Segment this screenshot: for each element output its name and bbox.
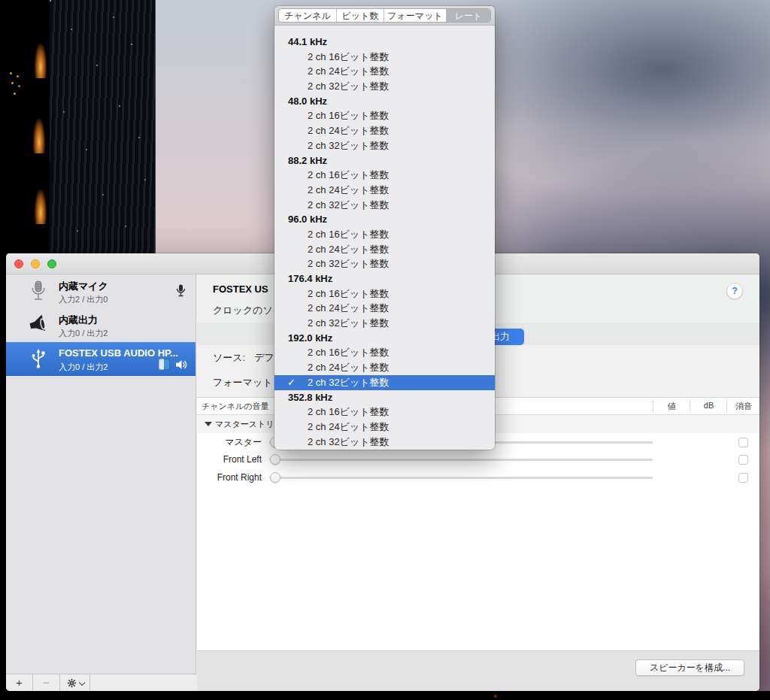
rate-option[interactable]: 2 ch 32ビット整数 <box>274 435 495 450</box>
add-device-button[interactable]: + <box>6 674 33 691</box>
slider-thumb[interactable] <box>270 454 280 465</box>
column-header-db: dB <box>691 401 726 410</box>
column-header-mute: 消音 <box>728 401 759 412</box>
checkmark-icon: ✓ <box>287 375 296 390</box>
rate-option[interactable]: 2 ch 32ビット整数 <box>274 198 495 213</box>
format-label: フォーマット <box>213 376 273 389</box>
clock-source-label: クロックのソ <box>213 304 273 317</box>
volume-slider[interactable] <box>269 459 653 461</box>
rate-option-label: 2 ch 24ビット整数 <box>308 244 390 255</box>
rate-option[interactable]: 2 ch 16ビット整数 <box>274 286 495 302</box>
rate-option[interactable]: 2 ch 24ビット整数 <box>274 123 495 138</box>
rate-list: 44.1 kHz2 ch 16ビット整数2 ch 24ビット整数2 ch 32ビ… <box>274 26 495 450</box>
minimize-button[interactable] <box>31 259 40 268</box>
dock-indicator-dot <box>494 695 497 698</box>
device-io: 入力0 / 出力2 <box>59 362 108 373</box>
rate-option[interactable]: 2 ch 16ビット整数 <box>274 168 495 183</box>
chevron-down-icon <box>79 680 85 686</box>
rate-option-label: 2 ch 16ビット整数 <box>308 347 390 358</box>
rate-option-label: 2 ch 32ビット整数 <box>308 199 390 211</box>
tab-bit-depth[interactable]: ビット数 <box>337 9 384 22</box>
rate-option[interactable]: 2 ch 16ビット整数 <box>274 108 495 123</box>
rate-option-label: 2 ch 32ビット整数 <box>308 140 390 151</box>
device-sidebar: 内蔵マイク 入力2 / 出力0 <box>6 274 196 674</box>
tab-rate[interactable]: レート <box>447 9 490 22</box>
rate-option-label: 2 ch 16ビット整数 <box>308 229 390 240</box>
rate-option[interactable]: 2 ch 16ビット整数 <box>274 345 495 360</box>
tab-format[interactable]: フォーマット <box>384 9 447 22</box>
device-row-fostex-usb[interactable]: FOSTEX USB AUDIO HP... 入力0 / 出力2 <box>6 342 196 376</box>
device-io: 入力0 / 出力2 <box>59 328 108 339</box>
rate-option-label: 2 ch 24ビット整数 <box>308 362 390 373</box>
device-title: FOSTEX US <box>213 283 268 295</box>
window-lights <box>10 72 12 74</box>
rate-option-label: 2 ch 16ビット整数 <box>308 406 390 417</box>
device-row-built-in-mic[interactable]: 内蔵マイク 入力2 / 出力0 <box>6 274 196 308</box>
popup-header: チャンネル ビット数 フォーマット レート <box>274 6 495 26</box>
rate-option-label: 2 ch 16ビット整数 <box>308 51 390 62</box>
microphone-icon <box>27 280 50 302</box>
rate-option-label: 2 ch 16ビット整数 <box>308 110 390 121</box>
source-row: ソース:デフ <box>213 351 274 365</box>
default-output-speaker-icon <box>175 359 188 371</box>
usb-icon <box>27 347 50 370</box>
orange-light <box>33 119 45 153</box>
column-tabs: チャンネル ビット数 フォーマット レート <box>278 8 491 23</box>
configure-speakers-button[interactable]: スピーカーを構成... <box>635 659 744 676</box>
rate-option-label: 2 ch 24ビット整数 <box>308 421 390 432</box>
rate-option-label: 2 ch 24ビット整数 <box>308 184 390 195</box>
mute-checkbox[interactable] <box>738 455 748 465</box>
rate-option-label: 2 ch 32ビット整数 <box>308 436 390 447</box>
format-rate-popup-menu: チャンネル ビット数 フォーマット レート 44.1 kHz2 ch 16ビット… <box>274 6 495 450</box>
tab-channels[interactable]: チャンネル <box>279 9 337 22</box>
screen-bottom-strip <box>0 691 770 700</box>
mute-checkbox[interactable] <box>738 473 748 483</box>
help-button[interactable]: ? <box>726 283 743 299</box>
disclosure-triangle-icon[interactable] <box>205 422 212 426</box>
source-label: ソース: <box>213 352 245 363</box>
sidebar-toolbar: + − <box>6 674 196 691</box>
rate-option[interactable]: 2 ch 24ビット整数 <box>274 64 495 79</box>
close-button[interactable] <box>14 259 23 268</box>
mute-checkbox[interactable] <box>738 438 748 447</box>
rate-option[interactable]: 2 ch 24ビット整数 <box>274 242 495 257</box>
device-io: 入力2 / 出力0 <box>59 294 108 305</box>
volume-slider[interactable] <box>269 477 653 479</box>
slider-thumb[interactable] <box>270 472 280 483</box>
rate-option[interactable]: 2 ch 24ビット整数 <box>274 301 495 316</box>
rate-option-label: 2 ch 32ビット整数 <box>308 377 390 388</box>
column-header-value: 値 <box>654 401 690 412</box>
rate-option-label: 2 ch 24ビット整数 <box>308 65 390 77</box>
rate-option-label: 2 ch 16ビット整数 <box>308 288 390 299</box>
rate-option[interactable]: 2 ch 24ビット整数 <box>274 420 495 435</box>
rate-option[interactable]: ✓2 ch 32ビット整数 <box>274 375 495 390</box>
channel-row: Front Left <box>197 451 759 468</box>
orange-light <box>35 189 47 224</box>
rate-option[interactable]: 2 ch 32ビット整数 <box>274 316 495 331</box>
rate-option[interactable]: 2 ch 32ビット整数 <box>274 256 495 271</box>
finder-app-icon <box>159 359 170 370</box>
rate-option[interactable]: 2 ch 16ビット整数 <box>274 50 495 65</box>
rate-option-label: 2 ch 32ビット整数 <box>308 80 390 92</box>
gear-icon <box>67 678 77 688</box>
rate-option[interactable]: 2 ch 32ビット整数 <box>274 138 495 153</box>
building-silhouette <box>50 0 156 256</box>
rate-option[interactable]: 2 ch 24ビット整数 <box>274 183 495 198</box>
rate-option-label: 2 ch 32ビット整数 <box>308 258 390 269</box>
zoom-button[interactable] <box>47 259 56 268</box>
device-row-built-in-output[interactable]: 内蔵出力 入力0 / 出力2 <box>6 308 196 342</box>
orange-light <box>35 44 47 78</box>
device-name: 内蔵マイク <box>59 280 108 293</box>
rate-group-header: 48.0 kHz <box>274 94 495 109</box>
rate-option[interactable]: 2 ch 16ビット整数 <box>274 227 495 242</box>
rate-option[interactable]: 2 ch 32ビット整数 <box>274 79 495 94</box>
rate-group-header: 96.0 kHz <box>274 212 495 227</box>
channel-row: Front Right <box>197 469 759 486</box>
column-header-channel-volume: チャンネルの音量 <box>202 401 269 412</box>
remove-device-button[interactable]: − <box>33 674 60 691</box>
gear-menu-button[interactable] <box>60 674 90 691</box>
rate-option[interactable]: 2 ch 24ビット整数 <box>274 360 495 375</box>
channel-label: マスター <box>197 434 262 451</box>
default-input-mic-icon <box>175 284 186 298</box>
rate-option[interactable]: 2 ch 16ビット整数 <box>274 405 495 420</box>
